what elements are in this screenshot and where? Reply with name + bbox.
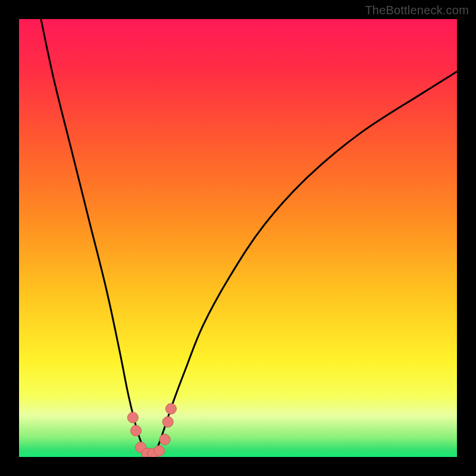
watermark-text: TheBottleneck.com bbox=[365, 4, 469, 17]
trough-markers bbox=[127, 403, 176, 457]
trough-marker bbox=[165, 403, 176, 414]
trough-marker bbox=[154, 446, 165, 456]
trough-marker bbox=[131, 425, 142, 436]
bottleneck-curve bbox=[41, 19, 457, 455]
plot-area bbox=[19, 19, 457, 457]
trough-marker bbox=[159, 434, 170, 445]
trough-marker bbox=[127, 412, 138, 423]
trough-marker bbox=[162, 416, 173, 427]
chart-frame: TheBottleneck.com bbox=[0, 0, 476, 476]
curve-layer bbox=[19, 19, 457, 457]
